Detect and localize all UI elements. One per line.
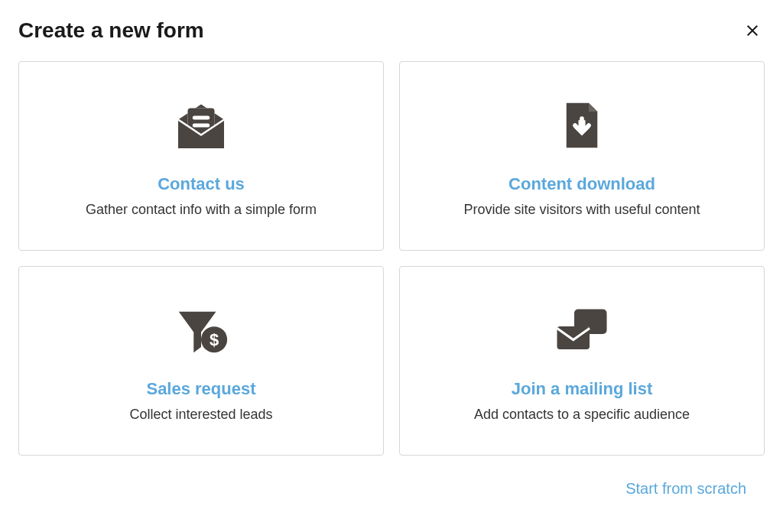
close-button[interactable] — [740, 18, 765, 43]
svg-rect-2 — [193, 115, 210, 119]
card-content-download[interactable]: Content download Provide site visitors w… — [399, 61, 765, 251]
close-icon — [743, 21, 762, 40]
card-description: Provide site visitors with useful conten… — [463, 202, 700, 218]
mail-stack-icon — [551, 300, 612, 361]
card-join-mailing-list[interactable]: Join a mailing list Add contacts to a sp… — [399, 266, 765, 456]
envelope-open-icon — [171, 95, 232, 156]
card-description: Collect interested leads — [129, 407, 272, 423]
funnel-dollar-icon: $ — [171, 300, 232, 361]
card-sales-request[interactable]: $ Sales request Collect interested leads — [18, 266, 384, 456]
card-title: Sales request — [146, 379, 255, 399]
card-title: Join a mailing list — [512, 379, 653, 399]
card-contact-us[interactable]: Contact us Gather contact info with a si… — [18, 61, 384, 251]
card-title: Content download — [508, 174, 655, 194]
start-from-scratch-link[interactable]: Start from scratch — [625, 480, 746, 497]
svg-rect-3 — [193, 123, 210, 127]
svg-text:$: $ — [210, 329, 219, 349]
modal-header: Create a new form — [18, 18, 765, 43]
page-title: Create a new form — [18, 18, 204, 43]
card-description: Add contacts to a specific audience — [474, 407, 690, 423]
svg-rect-9 — [557, 326, 590, 349]
template-grid: Contact us Gather contact info with a si… — [18, 61, 765, 456]
modal-footer: Start from scratch — [18, 474, 765, 498]
card-description: Gather contact info with a simple form — [86, 202, 317, 218]
file-download-icon — [551, 95, 612, 156]
card-title: Contact us — [158, 174, 245, 194]
